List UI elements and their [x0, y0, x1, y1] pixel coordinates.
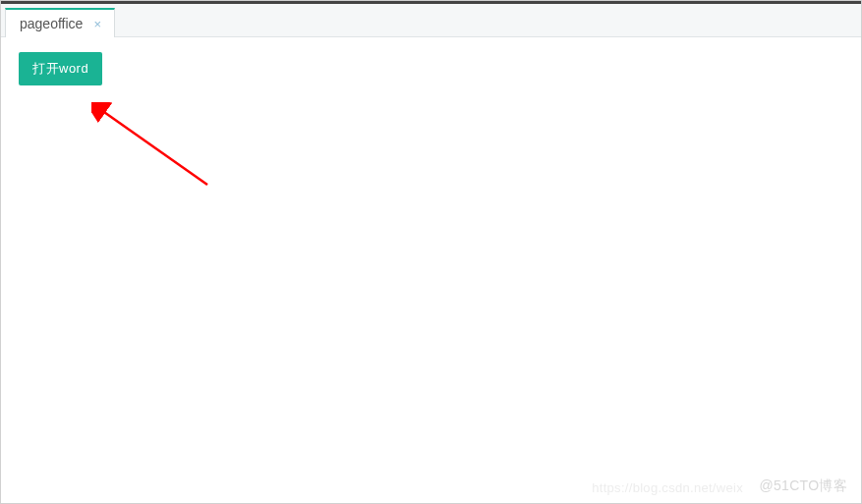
watermark-url: https://blog.csdn.net/weix [592, 480, 743, 495]
content-area: 打开word [1, 37, 861, 503]
tab-pageoffice[interactable]: pageoffice × [5, 8, 115, 37]
tab-bar: pageoffice × [1, 4, 861, 37]
open-word-button[interactable]: 打开word [19, 52, 102, 85]
close-icon[interactable]: × [90, 17, 104, 30]
annotation-arrow-icon [91, 102, 229, 200]
tab-label: pageoffice [20, 16, 83, 31]
svg-line-1 [101, 110, 207, 185]
watermark-text: @51CTO博客 [760, 477, 847, 495]
